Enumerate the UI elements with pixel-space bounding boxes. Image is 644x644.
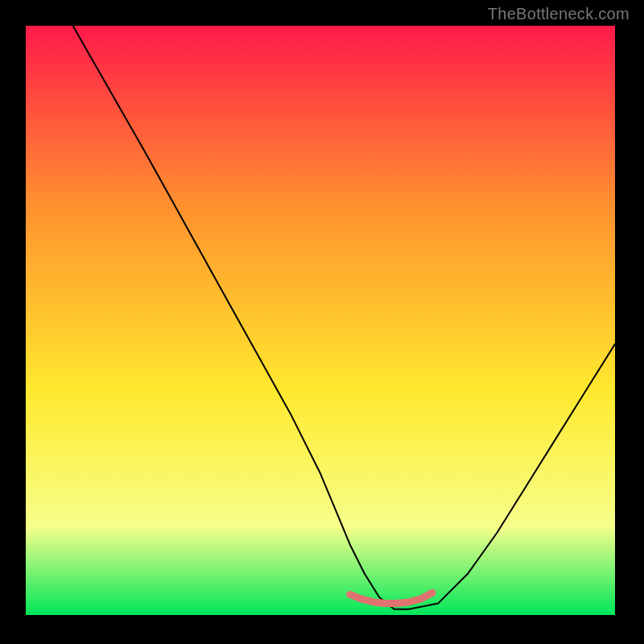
gradient-background — [26, 26, 615, 615]
chart-svg — [26, 26, 615, 615]
watermark-text: TheBottleneck.com — [488, 5, 630, 23]
chart-area — [24, 24, 617, 617]
